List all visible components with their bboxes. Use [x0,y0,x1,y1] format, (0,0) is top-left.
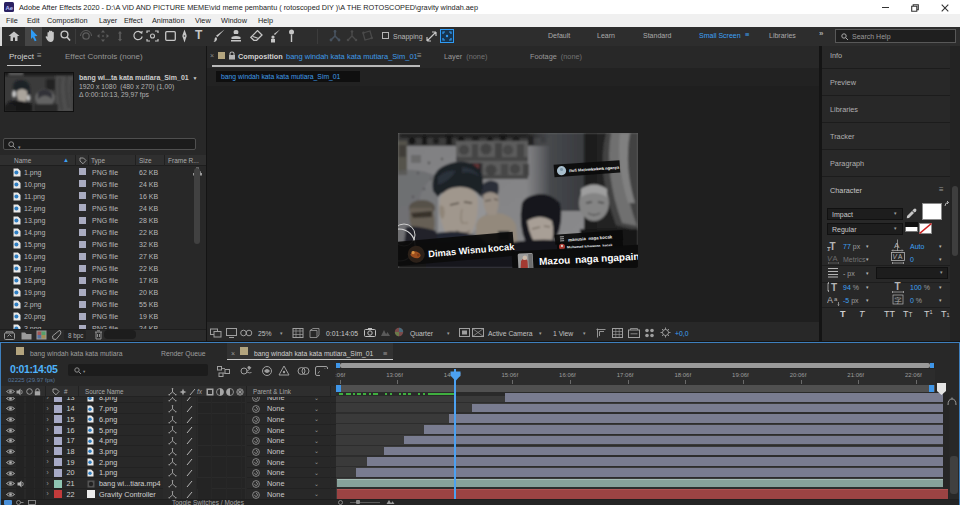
svg-text:a: a [834,296,838,302]
svg-text:字: 字 [895,297,902,304]
svg-text:T: T [827,246,831,252]
svg-text:V: V [893,253,898,260]
svg-text:T: T [895,281,901,292]
svg-text:A: A [894,241,900,250]
svg-text:A: A [898,253,903,260]
svg-text:A: A [827,295,833,305]
svg-text:T: T [831,282,837,293]
svg-text:Mazou: Mazou [539,254,571,267]
svg-text:A: A [833,254,838,263]
